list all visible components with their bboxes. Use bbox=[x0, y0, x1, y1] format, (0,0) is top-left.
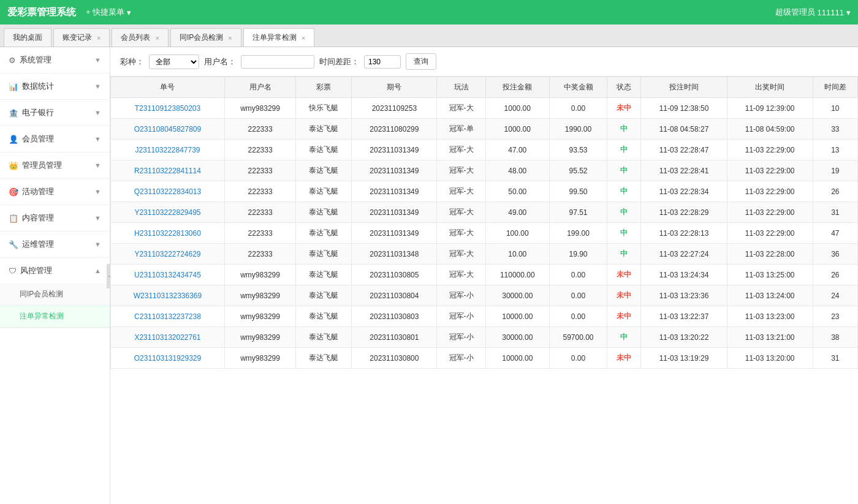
cell-period: 202311031349 bbox=[352, 160, 437, 181]
cell-id[interactable]: C231103132237238 bbox=[111, 306, 225, 327]
col-header: 中奖金额 bbox=[549, 77, 607, 98]
col-header: 用户名 bbox=[224, 77, 295, 98]
cell-username: 222333 bbox=[224, 244, 295, 265]
cell-play: 冠军-大 bbox=[437, 98, 485, 119]
query-button[interactable]: 查询 bbox=[406, 53, 436, 70]
timediff-label: 时间差距： bbox=[319, 56, 359, 67]
cell-id[interactable]: T231109123850203 bbox=[111, 98, 225, 119]
table-row: Y231103222724629222333泰达飞艇202311031348冠军… bbox=[111, 244, 858, 265]
table-row: J231103222847739222333泰达飞艇202311031349冠军… bbox=[111, 140, 858, 160]
cell-lottery: 泰达飞艇 bbox=[296, 160, 352, 181]
cell-play: 冠军-大 bbox=[437, 140, 485, 160]
cell-id[interactable]: Y231103222829495 bbox=[111, 202, 225, 223]
cell-period: 202311031349 bbox=[352, 181, 437, 202]
cell-status: 中 bbox=[607, 244, 641, 265]
cell-id[interactable]: Q231103222834013 bbox=[111, 181, 225, 202]
cell-prize: 0.00 bbox=[549, 285, 607, 306]
cell-id[interactable]: X231103132022761 bbox=[111, 327, 225, 348]
cell-bet: 50.00 bbox=[485, 181, 549, 202]
sidebar-header-bank[interactable]: 🏦电子银行▼ bbox=[0, 100, 110, 126]
col-header: 玩法 bbox=[437, 77, 485, 98]
sidebar-arrow-member: ▼ bbox=[94, 135, 101, 143]
cell-status: 未中 bbox=[607, 285, 641, 306]
cell-status: 中 bbox=[607, 160, 641, 181]
col-header: 状态 bbox=[607, 77, 641, 98]
cell-play: 冠军-大 bbox=[437, 160, 485, 181]
cell-bettime: 11-03 22:28:13 bbox=[641, 223, 727, 244]
sidebar-header-member[interactable]: 👤会员管理▼ bbox=[0, 126, 110, 152]
sidebar-arrow-ops: ▼ bbox=[94, 241, 101, 248]
username-input[interactable] bbox=[241, 55, 314, 69]
sidebar-header-data[interactable]: 📊数据统计▼ bbox=[0, 73, 110, 99]
cell-bettime: 11-09 12:38:50 bbox=[641, 98, 727, 119]
tab-anomaly[interactable]: 注单异常检测× bbox=[243, 28, 314, 47]
sidebar-arrow-bank: ▼ bbox=[94, 109, 101, 116]
table-row: U231103132434745wmy983299泰达飞艇20231103080… bbox=[111, 265, 858, 285]
cell-id[interactable]: O231108045827809 bbox=[111, 119, 225, 140]
cell-play: 冠军-小 bbox=[437, 327, 485, 348]
cell-username: wmy983299 bbox=[224, 348, 295, 369]
tab-members[interactable]: 会员列表× bbox=[112, 28, 168, 47]
cell-prize: 99.50 bbox=[549, 181, 607, 202]
sidebar-arrow-admin: ▼ bbox=[94, 162, 101, 169]
cell-bettime: 11-03 13:23:36 bbox=[641, 285, 727, 306]
sidebar-header-risk[interactable]: 🛡风控管理▲ bbox=[0, 258, 110, 284]
cell-bettime: 11-03 13:24:34 bbox=[641, 265, 727, 285]
cell-id[interactable]: J231103222847739 bbox=[111, 140, 225, 160]
cell-id[interactable]: W231103132336369 bbox=[111, 285, 225, 306]
cell-username: wmy983299 bbox=[224, 285, 295, 306]
timediff-input[interactable] bbox=[364, 55, 401, 69]
cell-lottery: 泰达飞艇 bbox=[296, 223, 352, 244]
cell-diff: 26 bbox=[813, 181, 857, 202]
cell-id[interactable]: Y231103222724629 bbox=[111, 244, 225, 265]
sidebar-header-activity[interactable]: 🎯活动管理▼ bbox=[0, 179, 110, 205]
cell-id[interactable]: R231103222841114 bbox=[111, 160, 225, 181]
admin-info[interactable]: 超级管理员 111111 ▾ bbox=[775, 7, 851, 18]
cell-prize: 93.53 bbox=[549, 140, 607, 160]
tab-account[interactable]: 账变记录× bbox=[53, 28, 110, 47]
tab-close-members[interactable]: × bbox=[155, 34, 159, 42]
cell-status: 中 bbox=[607, 140, 641, 160]
table-wrapper: 单号用户名彩票期号玩法投注金额中奖金额状态投注时间出奖时间时间差 T231109… bbox=[110, 77, 858, 369]
cell-play: 冠军-大 bbox=[437, 202, 485, 223]
sidebar-header-ops[interactable]: 🔧运维管理▼ bbox=[0, 231, 110, 257]
col-header: 期号 bbox=[352, 77, 437, 98]
cell-lottery: 泰达飞艇 bbox=[296, 181, 352, 202]
sidebar-label-data: 数据统计 bbox=[22, 81, 54, 92]
sidebar-label-ops: 运维管理 bbox=[22, 239, 54, 250]
tab-sameip[interactable]: 同IP会员检测× bbox=[170, 28, 241, 47]
cell-prizetime: 11-03 13:21:00 bbox=[727, 327, 813, 348]
quick-menu-btn[interactable]: + 快捷菜单 ▾ bbox=[86, 7, 131, 18]
sidebar-header-content[interactable]: 📋内容管理▼ bbox=[0, 205, 110, 231]
cell-diff: 13 bbox=[813, 140, 857, 160]
sidebar-header-system[interactable]: ⚙系统管理▼ bbox=[0, 47, 110, 73]
table-row: O231103131929329wmy983299泰达飞艇20231103080… bbox=[111, 348, 858, 369]
col-header: 投注金额 bbox=[485, 77, 549, 98]
cell-bet: 47.00 bbox=[485, 140, 549, 160]
cell-bet: 30000.00 bbox=[485, 285, 549, 306]
cell-id[interactable]: U231103132434745 bbox=[111, 265, 225, 285]
col-header: 时间差 bbox=[813, 77, 857, 98]
tab-close-sameip[interactable]: × bbox=[228, 34, 232, 42]
cell-id[interactable]: H231103222813060 bbox=[111, 223, 225, 244]
tab-close-anomaly[interactable]: × bbox=[302, 34, 305, 42]
cell-status: 未中 bbox=[607, 306, 641, 327]
tab-desktop[interactable]: 我的桌面 bbox=[4, 28, 51, 47]
tab-close-account[interactable]: × bbox=[97, 34, 101, 42]
main-layout: ◀ ⚙系统管理▼📊数据统计▼🏦电子银行▼👤会员管理▼👑管理员管理▼🎯活动管理▼📋… bbox=[0, 47, 858, 504]
cell-diff: 31 bbox=[813, 348, 857, 369]
cell-prize: 0.00 bbox=[549, 348, 607, 369]
cell-prize: 199.00 bbox=[549, 223, 607, 244]
sidebar-sub-item-sameip-check[interactable]: 同IP会员检测 bbox=[0, 284, 110, 306]
lottery-select[interactable]: 全部快乐飞艇泰达飞艇 bbox=[149, 55, 199, 69]
cell-bet: 48.00 bbox=[485, 160, 549, 181]
cell-bettime: 11-03 22:28:34 bbox=[641, 181, 727, 202]
cell-diff: 26 bbox=[813, 265, 857, 285]
member-icon: 👤 bbox=[9, 135, 18, 144]
sidebar-header-admin[interactable]: 👑管理员管理▼ bbox=[0, 152, 110, 178]
cell-prizetime: 11-03 22:29:00 bbox=[727, 223, 813, 244]
sidebar-sub-item-order-check[interactable]: 注单异常检测 bbox=[0, 306, 110, 328]
cell-period: 20231109253 bbox=[352, 98, 437, 119]
cell-id[interactable]: O231103131929329 bbox=[111, 348, 225, 369]
cell-play: 冠军-大 bbox=[437, 244, 485, 265]
